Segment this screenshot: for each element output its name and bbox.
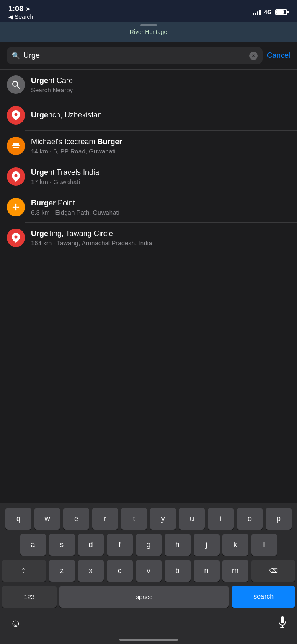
result-urgench[interactable]: Urgench, Uzbekistan bbox=[0, 100, 297, 130]
key-x[interactable]: x bbox=[78, 560, 104, 582]
signal-bar-2 bbox=[255, 13, 256, 15]
map-peek-area: River Heritage bbox=[0, 22, 297, 42]
map-label: River Heritage bbox=[130, 29, 167, 35]
clear-icon: × bbox=[252, 53, 255, 59]
location-arrow-icon: ➤ bbox=[26, 6, 30, 12]
search-bar-container: 🔍 × Cancel bbox=[0, 42, 297, 70]
key-o[interactable]: o bbox=[237, 508, 263, 530]
shift-key[interactable]: ⇧ bbox=[2, 560, 46, 582]
result-icon-pin-urgench bbox=[7, 106, 25, 125]
result-michaels[interactable]: Michael's Icecream Burger 14 km · 6, PP … bbox=[0, 131, 297, 161]
key-j[interactable]: j bbox=[194, 534, 220, 556]
keyboard: q w e r t y u i o p a s d f g h j k l ⇧ … bbox=[0, 503, 297, 644]
cancel-button[interactable]: Cancel bbox=[267, 51, 290, 60]
signal-bar-3 bbox=[257, 11, 258, 15]
key-a[interactable]: a bbox=[20, 534, 46, 556]
keyboard-bottom-bar: ☺ bbox=[2, 612, 295, 637]
result-urgelling[interactable]: Urgelling, Tawang Circle 164 km · Tawang… bbox=[0, 223, 297, 253]
svg-rect-5 bbox=[13, 147, 19, 148]
result-title-michaels: Michael's Icecream Burger bbox=[31, 137, 290, 147]
result-text-burger-point: Burger Point 6.3 km · Eidgah Path, Guwah… bbox=[31, 198, 290, 216]
battery-body bbox=[275, 9, 287, 15]
key-i[interactable]: i bbox=[208, 508, 234, 530]
key-n[interactable]: n bbox=[194, 560, 220, 582]
keyboard-row-1: q w e r t y u i o p bbox=[2, 508, 295, 530]
svg-rect-13 bbox=[281, 616, 284, 623]
key-y[interactable]: y bbox=[150, 508, 176, 530]
key-p[interactable]: p bbox=[266, 508, 292, 530]
result-urgent-travels[interactable]: Urgent Travels India 17 km · Guwahati bbox=[0, 161, 297, 192]
search-icon: 🔍 bbox=[12, 52, 20, 60]
key-v[interactable]: v bbox=[136, 560, 162, 582]
key-t[interactable]: t bbox=[121, 508, 147, 530]
key-g[interactable]: g bbox=[136, 534, 162, 556]
key-w[interactable]: w bbox=[34, 508, 60, 530]
result-subtitle-urgent-travels: 17 km · Guwahati bbox=[31, 178, 290, 185]
signal-bars bbox=[253, 9, 261, 15]
clear-button[interactable]: × bbox=[249, 52, 258, 60]
keyboard-row-4: 123 space search bbox=[2, 586, 295, 608]
result-subtitle-burger-point: 6.3 km · Eidgah Path, Guwahati bbox=[31, 209, 290, 216]
keyboard-row-3: ⇧ z x c v b n m ⌫ bbox=[2, 560, 295, 582]
battery-indicator bbox=[275, 9, 289, 15]
key-d[interactable]: d bbox=[78, 534, 104, 556]
key-s[interactable]: s bbox=[49, 534, 75, 556]
back-button[interactable]: ◀ Search bbox=[8, 13, 33, 20]
result-burger-point[interactable]: Burger Point 6.3 km · Eidgah Path, Guwah… bbox=[0, 192, 297, 222]
result-title-urgench: Urgench, Uzbekistan bbox=[31, 110, 290, 120]
result-urgent-care[interactable]: Urgent Care Search Nearby bbox=[0, 70, 297, 100]
backspace-key[interactable]: ⌫ bbox=[251, 560, 296, 582]
signal-bar-4 bbox=[259, 10, 261, 15]
result-icon-food-michaels bbox=[7, 137, 25, 155]
key-q[interactable]: q bbox=[5, 508, 31, 530]
svg-point-6 bbox=[15, 174, 18, 177]
search-key[interactable]: search bbox=[232, 586, 295, 608]
result-text-urgelling: Urgelling, Tawang Circle 164 km · Tawang… bbox=[31, 229, 290, 247]
result-title-urgent-care: Urgent Care bbox=[31, 76, 290, 86]
status-right: 4G bbox=[253, 9, 289, 16]
key-z[interactable]: z bbox=[49, 560, 75, 582]
status-left: 1:08 ➤ ◀ Search bbox=[8, 5, 33, 20]
result-title-urgent-travels: Urgent Travels India bbox=[31, 168, 290, 177]
numbers-key[interactable]: 123 bbox=[2, 586, 57, 608]
time-display: 1:08 bbox=[8, 5, 23, 13]
keyboard-row-2: a s d f g h j k l bbox=[2, 534, 295, 556]
key-e[interactable]: e bbox=[63, 508, 89, 530]
search-input[interactable] bbox=[23, 51, 246, 60]
home-bar bbox=[119, 639, 178, 641]
key-k[interactable]: k bbox=[222, 534, 248, 556]
search-input-wrapper[interactable]: 🔍 × bbox=[7, 47, 263, 64]
home-indicator bbox=[2, 637, 295, 644]
key-f[interactable]: f bbox=[107, 534, 133, 556]
key-l[interactable]: l bbox=[251, 534, 277, 556]
key-u[interactable]: u bbox=[179, 508, 205, 530]
svg-rect-4 bbox=[12, 145, 20, 146]
svg-point-2 bbox=[15, 113, 18, 116]
battery-fill bbox=[276, 10, 284, 14]
key-c[interactable]: c bbox=[107, 560, 133, 582]
result-icon-food-burger bbox=[7, 198, 25, 216]
back-label: ◀ Search bbox=[8, 13, 33, 20]
result-title-urgelling: Urgelling, Tawang Circle bbox=[31, 229, 290, 239]
svg-point-12 bbox=[15, 236, 18, 239]
result-text-urgench: Urgench, Uzbekistan bbox=[31, 110, 290, 120]
emoji-key[interactable]: ☺ bbox=[10, 617, 21, 630]
result-subtitle-urgelling: 164 km · Tawang, Arunachal Pradesh, Indi… bbox=[31, 239, 290, 247]
svg-line-1 bbox=[17, 86, 20, 89]
result-title-burger-point: Burger Point bbox=[31, 198, 290, 208]
key-r[interactable]: r bbox=[92, 508, 118, 530]
results-list: Urgent Care Search Nearby Urgench, Uzbek… bbox=[0, 70, 297, 253]
cancel-label: Cancel bbox=[267, 51, 290, 60]
battery-tip bbox=[287, 11, 289, 13]
network-type: 4G bbox=[264, 9, 272, 16]
result-text-urgent-travels: Urgent Travels India 17 km · Guwahati bbox=[31, 168, 290, 185]
drag-handle[interactable] bbox=[140, 24, 157, 26]
result-icon-pin-travels bbox=[7, 167, 25, 186]
result-text-urgent-care: Urgent Care Search Nearby bbox=[31, 76, 290, 93]
space-key[interactable]: space bbox=[59, 586, 229, 608]
result-icon-pin-urgelling bbox=[7, 229, 25, 247]
key-b[interactable]: b bbox=[165, 560, 191, 582]
key-m[interactable]: m bbox=[222, 560, 248, 582]
key-h[interactable]: h bbox=[165, 534, 191, 556]
microphone-key[interactable] bbox=[278, 616, 287, 630]
